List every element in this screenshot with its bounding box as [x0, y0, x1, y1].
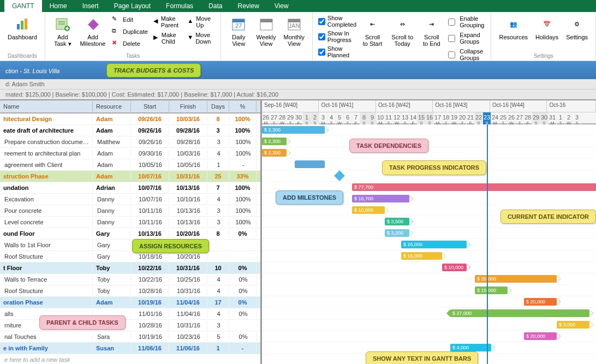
timeline-day: 8S [360, 112, 368, 124]
timeline-day: 24M [491, 112, 499, 124]
indent-icon: ▶ [153, 34, 159, 43]
gantt-bar[interactable]: $ 15,000 [475, 287, 508, 294]
timeline-day: 31M [549, 112, 557, 124]
column-header[interactable]: Days [207, 101, 229, 112]
tab-home[interactable]: Home [42, 0, 75, 12]
tab-gantt[interactable]: GANTT [4, 0, 42, 12]
callout-progress: TASK PROGRESS INDICATORS [382, 160, 486, 175]
project-title: ction - St. Louis Villa TRACK BUDGETS & … [0, 61, 596, 79]
scroll-end-button[interactable]: ⇥Scroll to End [418, 14, 445, 48]
task-row[interactable]: e in with FamilySusan11/06/1611/06/161- [0, 343, 260, 354]
tab-formulas[interactable]: Formulas [158, 0, 201, 12]
task-row[interactable]: Roof StructureToby10/28/1610/31/1640% [0, 285, 260, 297]
daily-view-button[interactable]: 27Daily View [225, 14, 252, 48]
gantt-bar[interactable]: $ 2,300 [262, 138, 287, 145]
column-header[interactable]: Resource [93, 101, 131, 112]
dashboard-button[interactable]: Dashboard [4, 14, 40, 41]
checkbox-show-in-progress[interactable]: Show In Progress [317, 29, 357, 44]
collapse-groups-button[interactable]: Collapse Groups [446, 47, 486, 62]
gantt-bar[interactable]: $ 10,000 [352, 206, 385, 214]
scroll-today-button[interactable]: ⇔Scroll to Today [388, 14, 417, 48]
gantt-bar[interactable]: $ 16,000 [401, 252, 442, 260]
task-row[interactable]: undationAdrian10/07/1610/13/167100% [0, 182, 260, 194]
task-row[interactable]: struction PhaseAdam10/07/1610/31/162533% [0, 171, 260, 182]
delete-button[interactable]: ✖Delete [110, 38, 150, 49]
callout-deps: TASK DEPENDENCIES [349, 139, 428, 153]
column-header[interactable]: Finish [169, 101, 207, 112]
svg-text:JAN: JAN [288, 22, 300, 29]
column-header[interactable]: Start [131, 101, 169, 112]
task-row[interactable]: Pour concreteDanny10/11/1610/13/163100% [0, 205, 260, 217]
gantt-row: $ 16,000 [262, 250, 596, 262]
milestone-marker[interactable] [334, 170, 345, 181]
pencil-icon: ✎ [112, 15, 121, 24]
gantt-bar[interactable] [295, 160, 325, 168]
enable-grouping-button[interactable]: Enable Grouping [446, 14, 486, 29]
task-row[interactable]: oration PhaseAdam10/19/1611/04/16170% [0, 297, 260, 308]
gantt-bar[interactable]: $ 77,700 [352, 183, 596, 191]
task-row[interactable]: hitectural DesignAdam09/26/1610/03/16810… [0, 114, 260, 125]
svg-rect-2 [25, 19, 27, 29]
milestone-icon [84, 15, 102, 33]
task-row[interactable]: Prepare construction documentsMatthew09/… [0, 136, 260, 148]
task-row[interactable]: Level concreteDanny10/11/1610/13/163100% [0, 217, 260, 228]
task-row[interactable]: ExcavationDanny10/07/1610/10/164100% [0, 194, 260, 205]
gantt-bar[interactable]: $ 3,000 [557, 321, 589, 329]
task-row[interactable]: nal TouchesSara10/19/1610/23/1650% [0, 331, 260, 343]
scroll-today-icon: ⇔ [394, 15, 411, 33]
timeline-day: 16S [426, 112, 434, 124]
task-row[interactable]: ound FloorGary10/13/1610/20/1680% [0, 228, 260, 240]
move-up-button[interactable]: ▲Move Up [185, 14, 216, 29]
weekly-view-button[interactable]: Weekly View [253, 14, 279, 48]
tab-view[interactable]: View [267, 0, 296, 12]
gantt-bar[interactable]: $ 2,300 [262, 149, 287, 157]
tab-review[interactable]: Review [230, 0, 266, 12]
column-header[interactable]: % [229, 101, 257, 112]
timeline-month: Sep-16 [W40] [262, 100, 319, 112]
gantt-bar[interactable]: $ 3,500 [385, 218, 409, 225]
edit-button[interactable]: ✎Edit [110, 14, 150, 25]
tab-page-layout[interactable]: Page Layout [106, 0, 158, 12]
gantt-bar[interactable]: $ 20,000 [524, 298, 557, 306]
gantt-bar[interactable]: $ 26,000 [401, 241, 467, 248]
timeline-day: 1S [303, 112, 311, 124]
make-child-button[interactable]: ▶Make Child [151, 31, 184, 46]
task-row[interactable]: reement to architectural planAdam09/30/1… [0, 148, 260, 159]
duplicate-button[interactable]: ⧉Duplicate [110, 26, 150, 37]
gantt-bar[interactable]: $ 20,000 [524, 332, 557, 340]
task-row[interactable]: Walls to TerraceToby10/22/1610/25/1640% [0, 274, 260, 285]
up-icon: ▲ [187, 17, 194, 26]
expand-groups-button[interactable]: Expand Groups [446, 31, 486, 46]
column-header[interactable]: Name [0, 101, 93, 112]
scroll-start-button[interactable]: ⇤Scroll to Start [359, 14, 386, 48]
task-row[interactable]: eate draft of architectureAdam09/26/1609… [0, 125, 260, 136]
add-milestone-button[interactable]: Add Milestone [77, 14, 109, 48]
task-row[interactable]: agreement with ClientAdam10/05/1610/05/1… [0, 159, 260, 171]
gantt-bar[interactable]: $ 2,300 [262, 126, 325, 134]
task-row[interactable]: Walls to 1st FloorGary [0, 240, 260, 251]
settings-button[interactable]: ⚙Settings [563, 14, 591, 41]
checkbox-show-planned[interactable]: Show Planned [317, 45, 357, 59]
add-task-button[interactable]: Add Task ▾ [50, 14, 76, 48]
task-row[interactable]: t FloorToby10/22/1610/31/16100% [0, 262, 260, 274]
tab-data[interactable]: Data [201, 0, 230, 12]
gantt-row: $ 35,000 [262, 273, 596, 285]
holidays-button[interactable]: 📅Holidays [532, 14, 562, 41]
timeline-day: 15S [418, 112, 426, 124]
task-row[interactable]: Roof StructureGary10/18/1610/20/16 [0, 251, 260, 262]
make-parent-button[interactable]: ◀Make Parent [151, 14, 184, 29]
gantt-bar[interactable]: $ 27,000 [450, 309, 589, 317]
gantt-bar[interactable]: $ 3,200 [385, 229, 409, 237]
move-down-button[interactable]: ▼Move Down [185, 31, 216, 46]
resources-button[interactable]: 👥Resources [496, 14, 531, 41]
gantt-bar[interactable]: $ 16,700 [352, 195, 409, 202]
tab-insert[interactable]: Insert [75, 0, 106, 12]
gantt-bar[interactable]: $ 4,000 [450, 344, 491, 351]
add-task-input[interactable]: e here to add a new task [0, 354, 260, 364]
timeline-day: 9S [368, 112, 377, 124]
copy-icon: ⧉ [112, 27, 121, 36]
checkbox-show-completed[interactable]: Show Completed [317, 14, 357, 28]
gantt-bar[interactable]: $ 10,000 [442, 264, 467, 271]
monthly-view-button[interactable]: JANMonthly View [281, 14, 308, 48]
timeline-day: 20T [458, 112, 467, 124]
